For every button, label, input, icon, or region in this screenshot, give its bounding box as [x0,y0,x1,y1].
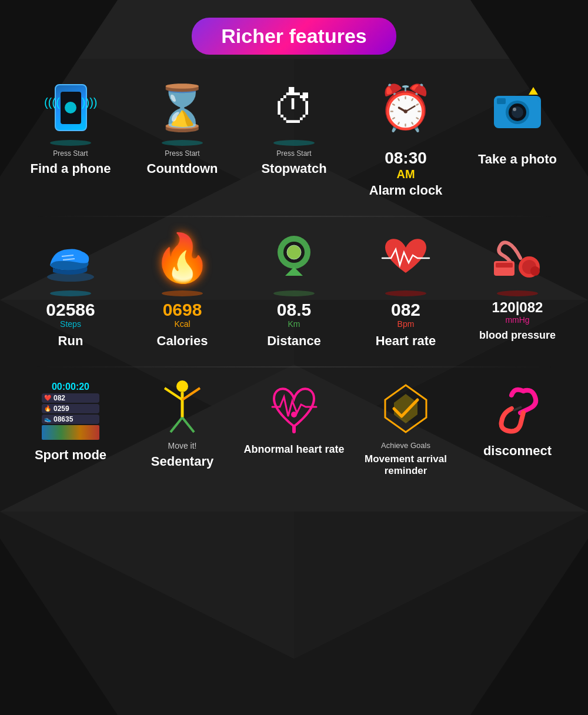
feature-calories: 🔥 0698 Kcal Calories [126,229,238,349]
disconnect-icon [488,379,547,438]
features-row-1: )))) )))) Press Start Find a phone ⌛ Pre… [12,78,576,198]
feature-alarm: ⏰ 08:30 AM Alarm clock [350,78,462,198]
bp-shadow [497,290,538,296]
svg-line-43 [513,407,522,410]
movement-sub: Achieve Goals [381,441,430,450]
camera-name: Take a photo [478,152,557,167]
svg-line-38 [182,417,194,432]
feature-disconnect: disconnect [462,379,573,459]
alarm-name: Alarm clock [369,183,443,198]
stopwatch-sub: Press Start [276,149,311,158]
svg-marker-42 [394,394,417,423]
feature-sport-mode: 00:00:20 ❤️ 082 🔥 0259 👟 08635 [15,379,126,463]
feature-blood-pressure: 120|082 mmHg blood pressure [462,229,573,342]
calories-icon: 🔥 [153,229,212,288]
divider-2 [35,366,553,367]
sport-cal-icon: 🔥 [44,405,51,412]
sport-mode-name: Sport mode [35,447,106,463]
main-content: Richer features )))) )))) [0,0,588,506]
svg-rect-20 [497,98,506,104]
sport-mode-icon: 00:00:20 ❤️ 082 🔥 0259 👟 08635 [29,379,112,442]
svg-rect-31 [496,263,513,268]
feature-abnormal-heart: Abnormal heart rate [238,379,350,456]
stopwatch-icon: ⏱ [265,78,323,137]
feature-distance: 08.5 Km Distance [238,229,350,349]
sport-heart-icon: ❤️ [44,395,51,401]
run-icon [41,229,100,288]
sport-cal-row: 🔥 0259 [42,404,99,413]
features-row-3: 00:00:20 ❤️ 082 🔥 0259 👟 08635 [12,379,576,477]
svg-marker-12 [0,539,118,715]
calories-value: 0698 [163,300,202,319]
countdown-name: Countdown [147,161,218,176]
alarm-icon: ⏰ [376,78,435,137]
calories-shadow [162,290,203,296]
sport-heart-row: ❤️ 082 [42,393,99,403]
heart-rate-unit: Bpm [397,319,415,329]
sport-time: 00:00:20 [42,382,99,392]
feature-stopwatch: ⏱ Press Start Stopwatch [238,78,350,176]
feature-movement-arrival: Achieve Goals Movement arrival reminder [350,379,462,477]
alarm-display: 08:30 AM [385,149,427,181]
divider-1 [35,216,553,217]
run-steps-value: 02586 [46,300,95,319]
bp-value: 120|082 [492,300,543,315]
distance-unit: Km [288,319,300,329]
camera-shadow [497,140,538,146]
feature-sedentary: Move it! Sedentary [126,379,238,469]
feature-run: 02586 Steps Run [15,229,126,349]
header: Richer features [12,18,576,55]
abnormal-heart-name: Abnormal heart rate [243,443,344,456]
sport-chart-bar [42,425,99,440]
sport-steps-icon: 👟 [44,416,51,422]
feature-heart-rate: 082 Bpm Heart rate [350,229,462,349]
distance-shadow [273,290,315,296]
calories-name: Calories [157,333,208,349]
find-phone-sub: Press Start [53,149,88,158]
alarm-time: 08:30 [385,149,427,168]
sedentary-name: Sedentary [151,454,213,469]
run-steps-unit: Steps [60,319,81,329]
run-shadow [50,290,91,296]
abnormal-heart-icon [265,379,323,438]
sedentary-sub: Move it! [168,441,196,450]
svg-rect-40 [292,425,296,433]
heart-rate-icon [376,229,435,288]
stopwatch-name: Stopwatch [261,161,326,176]
bp-unit: mmHg [505,315,529,325]
svg-point-32 [530,266,540,276]
page-title: Richer features [192,18,396,55]
find-phone-name: Find a phone [31,161,111,176]
countdown-sub: Press Start [165,149,199,158]
sport-cal-val: 0259 [54,405,69,413]
svg-point-18 [513,108,516,111]
heart-rate-name: Heart rate [376,333,436,349]
svg-marker-19 [529,87,538,95]
svg-point-39 [291,412,297,417]
calories-unit: Kcal [174,319,190,329]
stopwatch-shadow [273,140,315,146]
sport-heart-val: 082 [54,394,65,402]
svg-line-37 [171,417,182,432]
svg-marker-8 [0,512,294,659]
feature-countdown: ⌛ Press Start Countdown [126,78,238,176]
countdown-shadow [162,140,203,146]
phone-icon: )))) )))) [41,78,100,137]
heart-rate-value: 082 [391,300,420,319]
bp-name: blood pressure [479,329,556,342]
svg-marker-9 [294,512,588,659]
countdown-icon: ⌛ [153,78,212,137]
sedentary-icon [153,379,212,438]
sport-steps-val: 08635 [54,415,73,423]
heart-shadow [385,290,426,296]
feature-find-phone: )))) )))) Press Start Find a phone [15,78,126,176]
disconnect-name: disconnect [483,443,552,459]
distance-value: 08.5 [277,300,311,319]
features-row-2: 02586 Steps Run 🔥 0698 Kcal Calories [12,229,576,349]
phone-shadow [50,140,91,146]
svg-point-33 [176,380,188,392]
movement-arrival-icon [376,379,435,438]
distance-name: Distance [267,333,321,349]
camera-icon [488,78,547,137]
svg-marker-13 [470,539,588,715]
